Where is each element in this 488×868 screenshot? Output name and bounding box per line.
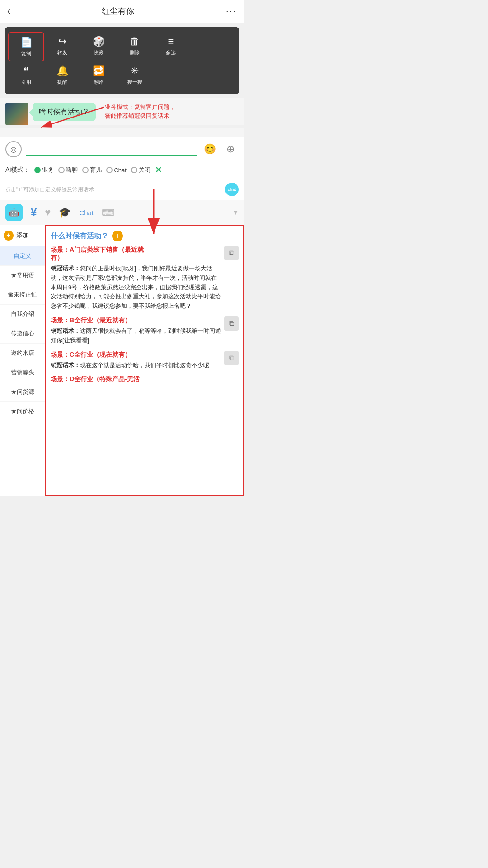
- voice-button[interactable]: ◎: [5, 141, 22, 157]
- sidebar-item-intro[interactable]: 自我介绍: [0, 305, 45, 324]
- add-circle-icon: +: [4, 231, 14, 241]
- mode-haichat[interactable]: 嗨聊: [58, 166, 78, 174]
- script-card-a: 场景：A门店类线下销售（最近就有） ⧉ 销冠话术：您问的正是时候[呲牙]，我们刚…: [51, 246, 239, 311]
- tab-keyboard[interactable]: ⌨: [102, 207, 115, 218]
- menu-item-delete[interactable]: 🗑删除: [117, 32, 153, 61]
- radio-chat: [106, 167, 113, 173]
- script-text-c: 销冠话术：现在这个就是活动价哈，我们平时都比这贵不少呢: [51, 361, 239, 370]
- add-button[interactable]: ⊕: [222, 141, 239, 157]
- tab-robot[interactable]: 🤖: [5, 204, 23, 221]
- tab-chat-text[interactable]: Chat: [79, 209, 94, 217]
- sidebar-item-price[interactable]: ★问价格: [0, 402, 45, 421]
- ai-mode-label: Ai模式：: [5, 166, 30, 174]
- annotation-text: 业务模式：复制客户问题，智能推荐销冠级回复话术: [105, 103, 175, 120]
- back-button[interactable]: ‹: [7, 5, 10, 17]
- menu-item-copy[interactable]: 📄复制: [8, 32, 44, 61]
- scene-label-a: 场景：A门店类线下销售（最近就有）: [51, 246, 221, 262]
- translate-icon: 🔁: [93, 65, 105, 77]
- script-card-b: 场景：B全行业（最近就有） ⧉ 销冠话术：这两天很快就会有了，稍等等哈，到时候我…: [51, 316, 239, 345]
- emoji-button[interactable]: 😊: [202, 141, 218, 157]
- close-button[interactable]: ✕: [155, 165, 162, 175]
- context-menu-row2: ❝引用🔔提醒🔁翻译✳搜一搜: [8, 61, 236, 89]
- scene-label-d: 场景：D全行业（特殊产品-无活: [51, 375, 239, 383]
- add-label: 添加: [16, 231, 29, 240]
- remind-icon: 🔔: [56, 65, 69, 77]
- radio-haichat: [58, 167, 65, 173]
- tool-tabs: 🤖 ¥ ♥ 🎓 Chat ⌨ ▼: [0, 200, 244, 225]
- copy-button-c[interactable]: ⧉: [224, 351, 239, 365]
- main-content: + 添加 自定义 ★常用语 ☎未接正忙 自我介绍 传递信心 邀约来店 营销噱头 …: [0, 225, 244, 496]
- copy-button-a[interactable]: ⧉: [224, 246, 239, 260]
- question-match: 什么时候有活动？ +: [51, 231, 239, 241]
- script-text-b: 销冠话术：这两天很快就会有了，稍等等哈，到时候我第一时间通知你[让我看看]: [51, 326, 239, 345]
- menu-item-quote[interactable]: ❝引用: [8, 61, 44, 89]
- mode-business[interactable]: 业务: [34, 166, 54, 174]
- radio-parenting: [82, 167, 89, 173]
- context-menu-row1: 📄复制↪转发🎲收藏🗑删除≡多选: [8, 32, 236, 61]
- annotation-spacer: [0, 128, 244, 137]
- multiselect-icon: ≡: [168, 36, 174, 47]
- menu-item-translate[interactable]: 🔁翻译: [80, 61, 117, 89]
- avatar: [5, 103, 28, 125]
- sidebar-item-invite[interactable]: 邀约来店: [0, 344, 45, 363]
- search-icon: ✳: [131, 65, 139, 77]
- copy-icon: 📄: [20, 37, 33, 48]
- ai-mode-bar: Ai模式： 业务 嗨聊 育儿 Chat 关闭 ✕: [0, 161, 244, 179]
- input-area: ◎ 😊 ⊕: [0, 137, 244, 161]
- voice-icon: ◎: [10, 145, 17, 154]
- scene-label-b: 场景：B全行业（最近就有）: [51, 316, 221, 325]
- delete-icon: 🗑: [130, 36, 140, 47]
- copy-button-b[interactable]: ⧉: [224, 316, 239, 331]
- radio-business: [34, 167, 41, 173]
- context-menu: 📄复制↪转发🎲收藏🗑删除≡多选 ❝引用🔔提醒🔁翻译✳搜一搜: [5, 27, 239, 94]
- tips-text: 点击"+"可添加自定义标签及常用话术: [5, 186, 94, 193]
- chat-bubble: 啥时候有活动？: [33, 103, 96, 121]
- sidebar-item-custom[interactable]: 自定义: [0, 246, 45, 266]
- menu-item-search[interactable]: ✳搜一搜: [117, 61, 153, 89]
- radio-off: [131, 167, 137, 173]
- tips-bar: 点击"+"可添加自定义标签及常用话术 chat: [0, 179, 244, 200]
- script-card-c: 场景：C全行业（现在就有） ⧉ 销冠话术：现在这个就是活动价哈，我们平时都比这贵…: [51, 351, 239, 370]
- menu-item-remind[interactable]: 🔔提醒: [44, 61, 80, 89]
- tab-arrow-down[interactable]: ▼: [232, 209, 239, 216]
- chat-badge: chat: [225, 183, 239, 196]
- header: ‹ 红尘有你 ···: [0, 0, 244, 23]
- sidebar: + 添加 自定义 ★常用语 ☎未接正忙 自我介绍 传递信心 邀约来店 营销噱头 …: [0, 225, 45, 496]
- sidebar-item-confidence[interactable]: 传递信心: [0, 324, 45, 344]
- sidebar-add-button[interactable]: + 添加: [0, 225, 45, 246]
- tab-heart[interactable]: ♥: [45, 207, 51, 218]
- collect-icon: 🎲: [93, 36, 105, 47]
- menu-item-forward[interactable]: ↪转发: [44, 32, 80, 61]
- add-script-button[interactable]: +: [112, 231, 123, 241]
- tab-money[interactable]: ¥: [31, 206, 37, 219]
- sidebar-item-busy[interactable]: ☎未接正忙: [0, 285, 45, 305]
- menu-item-collect[interactable]: 🎲收藏: [80, 32, 117, 61]
- scene-label-c: 场景：C全行业（现在就有）: [51, 351, 221, 359]
- matched-question: 什么时候有活动？: [51, 231, 108, 241]
- forward-icon: ↪: [58, 36, 66, 47]
- menu-item-multiselect[interactable]: ≡多选: [153, 32, 189, 61]
- script-card-d: 场景：D全行业（特殊产品-无活: [51, 375, 239, 383]
- quote-icon: ❝: [23, 65, 29, 77]
- right-panel: 什么时候有活动？ + 场景：A门店类线下销售（最近就有） ⧉ 销冠话术：您问的正…: [45, 225, 244, 496]
- sidebar-item-common[interactable]: ★常用语: [0, 266, 45, 285]
- mode-off[interactable]: 关闭: [131, 166, 150, 174]
- tab-hat[interactable]: 🎓: [59, 207, 71, 218]
- more-button[interactable]: ···: [226, 5, 237, 17]
- page-title: 红尘有你: [102, 6, 134, 17]
- script-text-a: 销冠话术：您问的正是时候[呲牙]，我们刚好最近要做一场大活动，这次活动是厂家/总…: [51, 264, 239, 311]
- chat-area: 啥时候有活动？ 业务模式：复制客户问题，智能推荐销冠级回复话术: [0, 98, 244, 125]
- mode-parenting[interactable]: 育儿: [82, 166, 102, 174]
- sidebar-item-source[interactable]: ★问货源: [0, 382, 45, 402]
- mode-chat[interactable]: Chat: [106, 167, 126, 174]
- message-input[interactable]: [26, 143, 197, 156]
- sidebar-item-marketing[interactable]: 营销噱头: [0, 363, 45, 382]
